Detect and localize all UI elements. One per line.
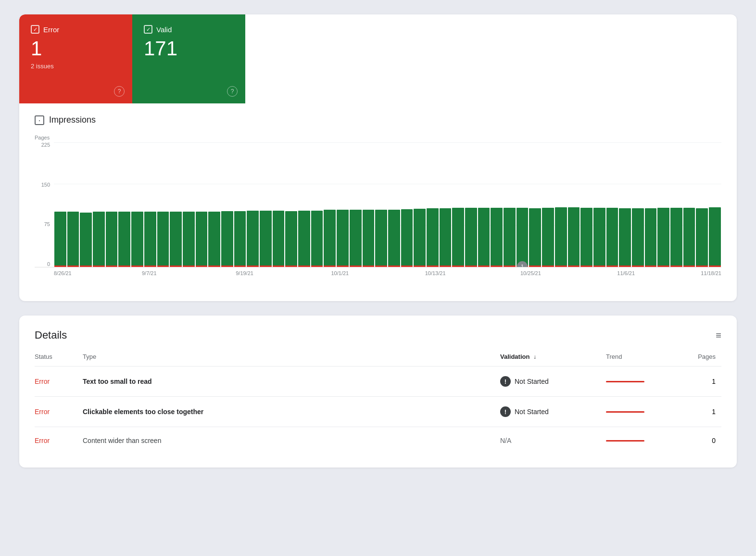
bar-group (708, 142, 721, 267)
bar-red (221, 265, 233, 267)
bar-red (632, 265, 644, 267)
col-header-type: Type (83, 353, 500, 366)
bar-red (118, 265, 130, 267)
bar-group (118, 142, 131, 267)
bar-green (465, 208, 477, 265)
bar-group (452, 142, 465, 267)
bar-red (580, 265, 592, 267)
table-row[interactable]: ErrorClickable elements too close togeth… (35, 397, 721, 427)
row-pages: 1 (683, 397, 721, 427)
bar-green (606, 208, 618, 265)
impressions-title-text: Impressions (49, 115, 96, 125)
error-help-icon[interactable]: ? (114, 86, 125, 97)
valid-count: 171 (144, 38, 234, 60)
bar-red (196, 265, 208, 267)
bar-green (529, 208, 541, 265)
bar-group (285, 142, 298, 267)
row-pages: 0 (683, 427, 721, 455)
y-tick-225: 225 (35, 142, 50, 148)
bar-green (285, 211, 297, 265)
not-started-icon: ! (500, 376, 511, 387)
col-header-validation[interactable]: Validation ↓ (500, 353, 606, 366)
row-status: Error (35, 427, 83, 455)
bar-green (375, 210, 387, 265)
validation-na: N/A (500, 437, 511, 444)
bar-red (324, 265, 336, 267)
x-tick: 10/13/21 (388, 270, 483, 276)
bar-red (491, 265, 503, 267)
error-count: 1 (31, 38, 121, 60)
bar-red (157, 265, 169, 267)
bar-red (67, 265, 79, 267)
bar-green (478, 208, 490, 265)
chart-inner: 225 150 75 0 1 (35, 142, 721, 267)
bar-green (401, 209, 413, 265)
bar-green (363, 210, 375, 265)
bar-red (619, 265, 631, 267)
bar-group (695, 142, 708, 267)
sort-arrow-icon: ↓ (533, 354, 536, 360)
valid-tile[interactable]: ✓ Valid 171 ? (132, 14, 245, 103)
bar-group (670, 142, 683, 267)
details-title: Details (35, 329, 67, 341)
bar-red (452, 265, 464, 267)
bar-green (170, 212, 182, 265)
bar-red (504, 265, 516, 267)
bar-group (606, 142, 619, 267)
bar-green (311, 211, 323, 265)
bar-green (427, 208, 439, 265)
bar-red (106, 265, 118, 267)
bar-red (273, 265, 285, 267)
error-tile[interactable]: ✓ Error 1 2 issues ? (19, 14, 132, 103)
bar-group (413, 142, 426, 267)
bar-green (657, 208, 669, 265)
bar-green (157, 212, 169, 265)
bar-red (337, 265, 349, 267)
error-label: Error (43, 25, 59, 34)
bar-red (183, 265, 195, 267)
table-row[interactable]: ErrorText too small to read!Not Started1 (35, 366, 721, 397)
bar-green (350, 210, 362, 265)
valid-help-icon[interactable]: ? (227, 86, 238, 97)
bar-red (709, 265, 721, 267)
bar-group (580, 142, 593, 267)
bar-red (427, 265, 439, 267)
bar-green (67, 212, 79, 265)
row-status: Error (35, 366, 83, 397)
bar-green (221, 211, 233, 265)
bar-group (92, 142, 105, 267)
bar-green (683, 208, 695, 265)
bar-green (337, 210, 349, 265)
bar-green (632, 208, 644, 265)
bar-red (93, 265, 105, 267)
filter-icon[interactable]: ≡ (716, 330, 721, 341)
table-header: Status Type Validation ↓ Trend Pages (35, 353, 721, 366)
bar-green (491, 208, 503, 265)
bar-green (517, 208, 529, 265)
bar-red (298, 265, 310, 267)
bar-red (606, 265, 618, 267)
bar-green (568, 207, 580, 265)
table-row[interactable]: ErrorContent wider than screenN/A0 (35, 427, 721, 455)
bar-group (323, 142, 336, 267)
bar-group (567, 142, 580, 267)
bar-green (54, 212, 66, 265)
bar-green (196, 212, 208, 265)
details-header: Details ≡ (35, 329, 721, 341)
status-tiles: ✓ Error 1 2 issues ? ✓ Valid 171 ? (19, 14, 737, 103)
bar-green (80, 213, 92, 265)
x-tick: 11/18/21 (674, 270, 721, 276)
bar-group (631, 142, 644, 267)
trend-line-red (606, 411, 644, 413)
x-tick: 11/6/21 (579, 270, 674, 276)
bar-green (709, 207, 721, 265)
bar-group (67, 142, 80, 267)
bar-red (247, 265, 259, 267)
trend-line-red (606, 440, 644, 442)
bar-group (144, 142, 157, 267)
bar-group (311, 142, 324, 267)
bar-red (414, 265, 426, 267)
bar-green (542, 208, 554, 265)
bar-green (324, 210, 336, 265)
bar-group (388, 142, 401, 267)
